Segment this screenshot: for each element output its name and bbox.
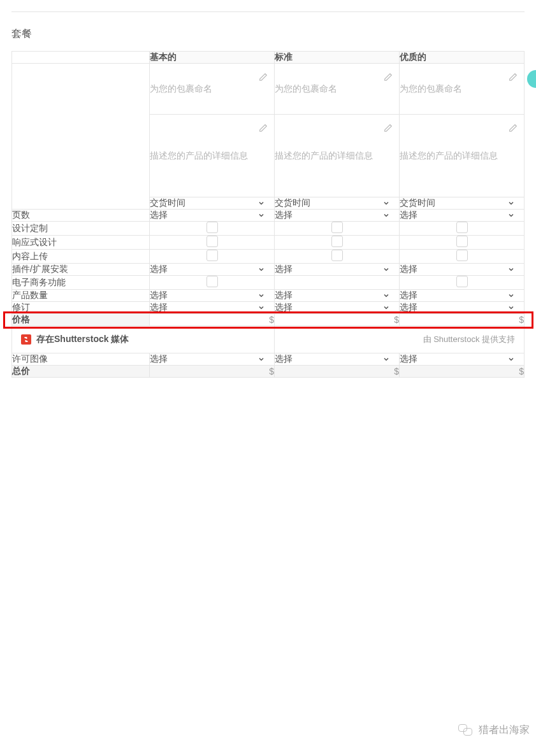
- standard-design-checkbox[interactable]: [331, 222, 343, 233]
- license-images-row: 许可图像 选择 选择 选择: [12, 353, 525, 366]
- tier-premium-header: 优质的: [400, 52, 525, 64]
- product-qty-row: 产品数量 选择 选择 选择: [12, 290, 525, 302]
- premium-pages-select[interactable]: 选择: [400, 210, 525, 222]
- premium-plugins-select[interactable]: 选择: [400, 264, 525, 276]
- ecommerce-label: 电子商务功能: [12, 276, 150, 290]
- standard-pages-select[interactable]: 选择: [275, 210, 400, 222]
- tier-basic-header: 基本的: [150, 52, 275, 64]
- basic-desc-input[interactable]: 描述您的产品的详细信息: [150, 115, 275, 197]
- premium-upload-checkbox[interactable]: [456, 250, 468, 261]
- premium-license-select[interactable]: 选择: [400, 353, 525, 366]
- package-name-row: 为您的包裹命名 为您的包裹命名 为您的包裹命名: [12, 64, 525, 115]
- standard-delivery-select[interactable]: 交货时间: [275, 197, 400, 210]
- premium-rev-select[interactable]: 选择: [400, 302, 525, 314]
- standard-license-select[interactable]: 选择: [275, 353, 400, 366]
- select-text: 选择: [275, 264, 293, 274]
- standard-upload-checkbox[interactable]: [331, 250, 343, 261]
- basic-upload-checkbox[interactable]: [206, 250, 218, 261]
- standard-desc-input[interactable]: 描述您的产品的详细信息: [275, 115, 400, 197]
- select-text: 选择: [150, 353, 168, 364]
- select-text: 选择: [400, 353, 417, 364]
- placeholder-text: 描述您的产品的详细信息: [150, 150, 248, 160]
- standard-rev-select[interactable]: 选择: [275, 302, 400, 314]
- premium-desc-input[interactable]: 描述您的产品的详细信息: [400, 115, 525, 197]
- basic-pages-select[interactable]: 选择: [150, 210, 275, 222]
- pencil-icon: [384, 73, 393, 82]
- packages-table: 基本的 标准 优质的 为您的包裹命名 为您的包裹命名 为您的包裹命名: [11, 51, 525, 378]
- select-text: 选择: [150, 210, 168, 220]
- basic-design-checkbox[interactable]: [206, 222, 218, 233]
- chevron-down-icon: [382, 266, 390, 273]
- price-row: 价格 $ $ $: [12, 314, 525, 326]
- basic-qty-select[interactable]: 选择: [150, 290, 275, 302]
- name-desc-blank: [12, 64, 150, 210]
- shutterstock-logo-icon: [21, 334, 31, 345]
- chevron-down-icon: [257, 304, 265, 311]
- select-text: 交货时间: [275, 197, 310, 208]
- standard-qty-select[interactable]: 选择: [275, 290, 400, 302]
- select-text: 选择: [275, 210, 293, 220]
- ecommerce-row: 电子商务功能: [12, 276, 525, 290]
- tier-standard-header: 标准: [275, 52, 400, 64]
- chevron-down-icon: [257, 292, 265, 299]
- chevron-down-icon: [507, 304, 515, 311]
- placeholder-text: 描述您的产品的详细信息: [400, 150, 498, 160]
- shutterstock-title: 存在Shutterstock 媒体: [36, 334, 129, 345]
- content-upload-label: 内容上传: [12, 250, 150, 264]
- standard-price-input[interactable]: $: [275, 314, 400, 326]
- standard-total: $: [275, 366, 400, 378]
- pencil-icon: [384, 124, 393, 132]
- basic-delivery-select[interactable]: 交货时间: [150, 197, 275, 210]
- design-custom-row: 设计定制: [12, 222, 525, 236]
- product-qty-label: 产品数量: [12, 290, 150, 302]
- standard-responsive-checkbox[interactable]: [331, 236, 343, 247]
- chevron-down-icon: [382, 304, 390, 311]
- chevron-down-icon: [507, 211, 515, 219]
- premium-responsive-checkbox[interactable]: [456, 236, 468, 247]
- chevron-down-icon: [382, 292, 390, 299]
- premium-qty-select[interactable]: 选择: [400, 290, 525, 302]
- placeholder-text: 为您的包裹命名: [150, 83, 212, 94]
- plugins-label: 插件/扩展安装: [12, 264, 150, 276]
- chevron-down-icon: [507, 266, 515, 273]
- select-text: 选择: [400, 210, 417, 220]
- premium-ecom-checkbox[interactable]: [456, 276, 468, 287]
- premium-price-input[interactable]: $: [400, 314, 525, 326]
- basic-rev-select[interactable]: 选择: [150, 302, 275, 314]
- select-text: 选择: [150, 264, 168, 274]
- select-text: 选择: [275, 353, 293, 364]
- premium-total: $: [400, 366, 525, 378]
- premium-design-checkbox[interactable]: [456, 222, 468, 233]
- chevron-down-icon: [257, 266, 265, 273]
- plugins-row: 插件/扩展安装 选择 选择 选择: [12, 264, 525, 276]
- basic-responsive-checkbox[interactable]: [206, 236, 218, 247]
- basic-name-input[interactable]: 为您的包裹命名: [150, 64, 275, 115]
- placeholder-text: 为您的包裹命名: [400, 83, 462, 94]
- basic-price-input[interactable]: $: [150, 314, 275, 326]
- revisions-label: 修订: [12, 302, 150, 314]
- standard-plugins-select[interactable]: 选择: [275, 264, 400, 276]
- basic-plugins-select[interactable]: 选择: [150, 264, 275, 276]
- select-text: 选择: [275, 290, 293, 300]
- shutterstock-row: 存在Shutterstock 媒体 由 Shutterstock 提供支持: [12, 326, 525, 353]
- premium-delivery-select[interactable]: 交货时间: [400, 197, 525, 210]
- chevron-down-icon: [382, 199, 390, 207]
- pages-row: 页数 选择 选择 选择: [12, 210, 525, 222]
- basic-license-select[interactable]: 选择: [150, 353, 275, 366]
- standard-name-input[interactable]: 为您的包裹命名: [275, 64, 400, 115]
- basic-total: $: [150, 366, 275, 378]
- select-text: 选择: [150, 290, 168, 300]
- revisions-row: 修订 选择 选择 选择: [12, 302, 525, 314]
- select-text: 交货时间: [400, 197, 435, 208]
- pencil-icon: [509, 124, 518, 132]
- chevron-down-icon: [382, 355, 390, 363]
- chevron-down-icon: [257, 199, 265, 207]
- price-label: 价格: [12, 314, 150, 326]
- chevron-down-icon: [507, 292, 515, 299]
- shutterstock-credit: 由 Shutterstock 提供支持: [423, 334, 515, 344]
- total-label: 总价: [12, 366, 150, 378]
- placeholder-text: 描述您的产品的详细信息: [275, 150, 373, 160]
- pencil-icon: [259, 73, 268, 82]
- premium-name-input[interactable]: 为您的包裹命名: [400, 64, 525, 115]
- basic-ecom-checkbox[interactable]: [206, 276, 218, 287]
